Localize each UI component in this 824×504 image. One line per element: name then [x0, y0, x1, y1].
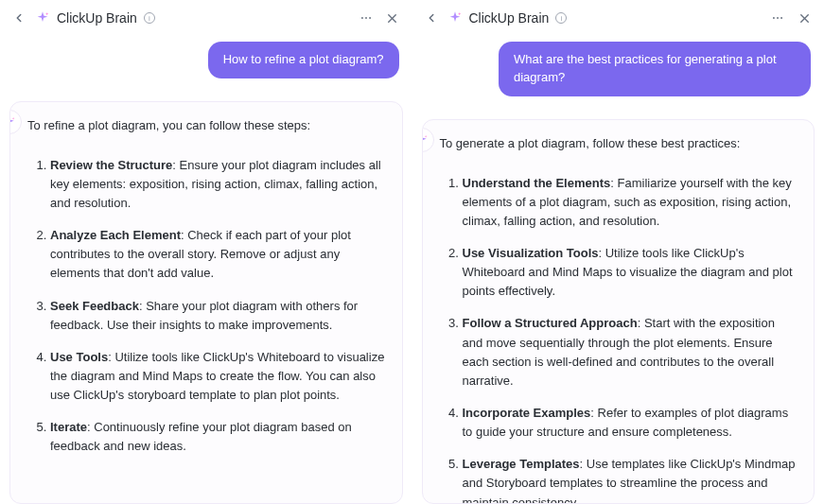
svg-point-0 [360, 17, 362, 19]
app-title: ClickUp Brain [469, 10, 550, 26]
sparkle-icon [9, 115, 16, 129]
user-message: What are the best practices for generati… [499, 42, 811, 96]
ai-intro: To generate a plot diagram, follow these… [440, 135, 798, 153]
ai-response-panel: To refine a plot diagram, you can follow… [9, 101, 403, 504]
user-message-row: How to refine a plot diagram? [9, 42, 403, 78]
close-icon [798, 11, 812, 26]
ai-intro: To refine a plot diagram, you can follow… [27, 117, 385, 135]
step-title: Understand the Elements [463, 176, 611, 190]
chat-pane-right: ClickUp Brain i What are the best practi… [412, 0, 825, 504]
user-message-row: What are the best practices for generati… [422, 42, 815, 96]
back-button[interactable] [9, 9, 28, 27]
more-horizontal-icon [359, 11, 373, 25]
step-title: Use Visualization Tools [463, 246, 599, 260]
list-item: Follow a Structured Approach: Start with… [463, 314, 798, 391]
chat-header: ClickUp Brain i [412, 0, 825, 36]
list-item: Use Visualization Tools: Utilize tools l… [463, 244, 798, 301]
step-title: Use Tools [50, 350, 108, 364]
back-button[interactable] [422, 9, 441, 27]
list-item: Use Tools: Utilize tools like ClickUp's … [50, 348, 385, 405]
sparkle-icon [422, 133, 429, 147]
step-list-right: Understand the Elements: Familiarize you… [440, 174, 798, 504]
info-icon[interactable]: i [144, 12, 155, 24]
step-title: Leverage Templates [463, 457, 580, 471]
close-button[interactable] [382, 8, 403, 28]
step-title: Seek Feedback [50, 299, 139, 313]
chevron-left-icon [12, 11, 26, 25]
list-item: Analyze Each Element: Check if each part… [50, 226, 385, 283]
list-item: Incorporate Examples: Refer to examples … [463, 404, 798, 442]
chat-pane-left: ClickUp Brain i How to refine a plot dia… [0, 0, 412, 504]
ai-badge [422, 128, 434, 152]
chat-area: How to refine a plot diagram? To refine … [0, 36, 412, 504]
list-item: Seek Feedback: Share your plot diagram w… [50, 297, 385, 335]
chat-header: ClickUp Brain i [0, 0, 412, 36]
step-title: Iterate [50, 420, 87, 434]
step-title: Follow a Structured Approach [463, 316, 638, 330]
more-horizontal-icon [771, 11, 784, 25]
user-message: How to refine a plot diagram? [208, 42, 399, 78]
app-title: ClickUp Brain [57, 10, 137, 26]
svg-point-5 [773, 17, 775, 19]
step-list-left: Review the Structure: Ensure your plot d… [27, 156, 385, 457]
sparkle-icon [447, 9, 464, 26]
svg-point-1 [365, 17, 367, 19]
svg-point-6 [777, 17, 779, 19]
more-button[interactable] [356, 8, 377, 28]
step-title: Analyze Each Element [50, 228, 181, 242]
step-title: Review the Structure [50, 158, 172, 172]
list-item: Iterate: Continuously refine your plot d… [50, 418, 385, 456]
close-button[interactable] [794, 8, 815, 28]
close-icon [385, 11, 399, 26]
more-button[interactable] [767, 8, 788, 28]
step-title: Incorporate Examples [463, 406, 591, 420]
list-item: Leverage Templates: Use templates like C… [463, 455, 798, 504]
info-icon[interactable]: i [555, 12, 567, 24]
svg-point-7 [780, 17, 782, 19]
list-item: Review the Structure: Ensure your plot d… [50, 156, 385, 213]
ai-response-panel: To generate a plot diagram, follow these… [422, 119, 815, 504]
chevron-left-icon [425, 11, 438, 25]
ai-badge [9, 110, 22, 134]
list-item: Understand the Elements: Familiarize you… [463, 174, 798, 231]
sparkle-icon [34, 9, 51, 26]
svg-point-2 [369, 17, 371, 19]
chat-area: What are the best practices for generati… [412, 36, 825, 504]
step-body: : Continuously refine your plot diagram … [50, 420, 352, 453]
